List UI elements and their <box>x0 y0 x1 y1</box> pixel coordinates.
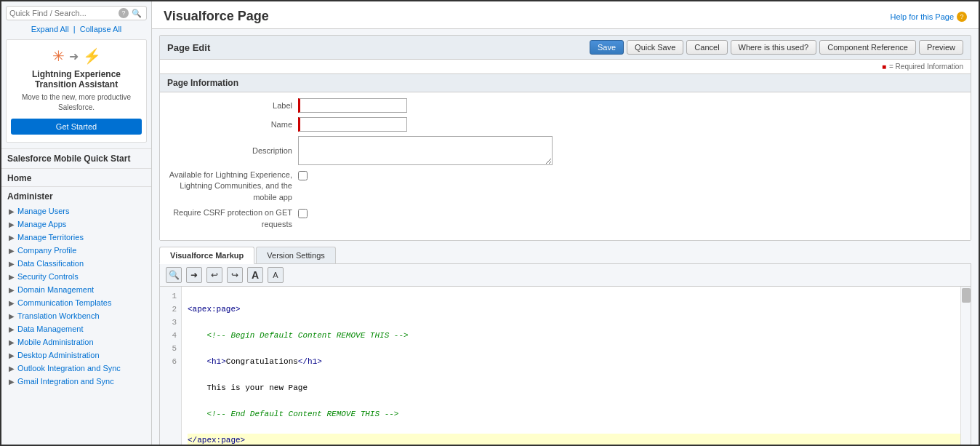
bolt-icon: ⚡ <box>83 47 101 65</box>
lightning-checkbox-row: Available for Lightning Experience, Ligh… <box>167 170 963 203</box>
line-num-2: 2 <box>160 303 181 316</box>
lightning-transition-box: ✳ ➜ ⚡ Lightning Experience Transition As… <box>6 39 147 143</box>
snowflake-icon: ✳ <box>52 47 65 65</box>
tabs-area: Visualforce Markup Version Settings <box>159 247 971 264</box>
sidebar-item-domain-management[interactable]: ▶ Domain Management <box>1 283 151 296</box>
page-header: Visualforce Page Help for this Page ? <box>152 1 979 29</box>
font-decrease-btn[interactable]: A <box>268 267 284 283</box>
sidebar-item-gmail-integration[interactable]: ▶ Gmail Integration and Sync <box>1 375 151 388</box>
component-reference-button[interactable]: Component Reference <box>819 40 916 55</box>
sidebar-item-label: Communication Templates <box>17 298 111 307</box>
mobile-quick-start-item[interactable]: Salesforce Mobile Quick Start <box>1 148 151 168</box>
description-row: Description <box>167 136 963 165</box>
search-toolbar-btn[interactable]: 🔍 <box>166 267 182 283</box>
label-row: Label <box>167 98 963 113</box>
scrollbar[interactable] <box>960 287 971 445</box>
name-input[interactable] <box>298 117 407 132</box>
arrow-icon: ▶ <box>9 234 15 242</box>
sidebar-item-desktop-admin[interactable]: ▶ Desktop Administration <box>1 349 151 362</box>
arrow-icon: ▶ <box>9 338 15 346</box>
label-field-label: Label <box>167 101 298 110</box>
sidebar: ? 🔍 Expand All | Collapse All ✳ ➜ ⚡ Ligh… <box>1 1 152 445</box>
code-line-5: <!-- End Default Content REMOVE THIS --> <box>188 407 965 421</box>
forward-toolbar-btn[interactable]: ➜ <box>186 267 202 283</box>
sidebar-item-outlook-integration[interactable]: ▶ Outlook Integration and Sync <box>1 362 151 375</box>
expand-all-link[interactable]: Expand All <box>31 25 69 33</box>
arrow-icon: ▶ <box>9 312 15 320</box>
sidebar-item-data-classification[interactable]: ▶ Data Classification <box>1 257 151 270</box>
preview-button[interactable]: Preview <box>919 40 963 55</box>
sidebar-item-communication-templates[interactable]: ▶ Communication Templates <box>1 296 151 309</box>
tab-version-settings[interactable]: Version Settings <box>256 247 336 263</box>
arrow-icon: ▶ <box>9 378 15 386</box>
undo-toolbar-btn[interactable]: ↩ <box>206 267 222 283</box>
sidebar-item-label: Manage Users <box>17 207 70 215</box>
search-button[interactable]: 🔍 <box>130 9 143 18</box>
arrow-icon: ▶ <box>9 351 15 359</box>
csrf-checkbox[interactable] <box>298 209 308 218</box>
csrf-checkbox-label: Require CSRF protection on GET requests <box>167 207 298 230</box>
help-circle-icon: ? <box>957 12 967 22</box>
sidebar-item-label: Translation Workbench <box>17 311 100 320</box>
help-link[interactable]: Help for this Page ? <box>891 12 967 22</box>
font-increase-btn[interactable]: A <box>247 267 263 283</box>
code-line-1: <apex:page> <box>188 303 965 316</box>
collapse-all-link[interactable]: Collapse All <box>80 25 121 33</box>
editor-toolbar: 🔍 ➜ ↩ ↪ A A <box>160 264 971 287</box>
code-content[interactable]: <apex:page> <!-- Begin Default Content R… <box>182 287 971 445</box>
line-num-3: 3 <box>160 316 181 329</box>
sidebar-item-label: Data Management <box>17 324 84 333</box>
description-input[interactable] <box>298 136 553 165</box>
sidebar-item-manage-users[interactable]: ▶ Manage Users <box>1 204 151 218</box>
scrollbar-thumb <box>962 288 971 303</box>
redo-toolbar-btn[interactable]: ↪ <box>227 267 243 283</box>
code-area: 1 2 3 4 5 6 <apex:page> <!-- Begin Defau… <box>160 287 971 445</box>
sidebar-item-label: Mobile Administration <box>17 338 94 346</box>
lightning-checkbox-label: Available for Lightning Experience, Ligh… <box>167 170 298 203</box>
code-line-2: <!-- Begin Default Content REMOVE THIS -… <box>188 329 965 342</box>
sidebar-item-company-profile[interactable]: ▶ Company Profile <box>1 244 151 257</box>
arrow-icon: ▶ <box>9 325 15 333</box>
arrow-icon: ▶ <box>9 365 15 373</box>
help-link-text: Help for this Page <box>891 12 954 21</box>
sidebar-item-label: Domain Management <box>17 285 94 294</box>
line-num-5: 5 <box>160 342 181 355</box>
page-edit-header: Page Edit Save Quick Save Cancel Where i… <box>160 36 971 60</box>
form-area: Label Name Description Available for Lig… <box>160 92 971 240</box>
lightning-checkbox[interactable] <box>298 171 308 180</box>
page-title: Visualforce Page <box>164 9 269 24</box>
save-button[interactable]: Save <box>590 40 624 55</box>
cancel-button[interactable]: Cancel <box>686 40 727 55</box>
page-edit-section: Page Edit Save Quick Save Cancel Where i… <box>159 35 971 241</box>
help-icon[interactable]: ? <box>119 8 129 18</box>
sidebar-item-manage-apps[interactable]: ▶ Manage Apps <box>1 218 151 231</box>
get-started-button[interactable]: Get Started <box>11 119 142 135</box>
arrow-icon: ▶ <box>9 273 15 281</box>
code-line-3: <h1>Congratulations</h1> <box>188 355 965 368</box>
csrf-checkbox-row: Require CSRF protection on GET requests <box>167 207 963 230</box>
line-numbers: 1 2 3 4 5 6 <box>160 287 182 445</box>
label-input[interactable] <box>298 98 407 113</box>
administer-section[interactable]: Administer <box>1 186 151 204</box>
line-num-4: 4 <box>160 329 181 342</box>
name-row: Name <box>167 117 963 132</box>
page-edit-buttons: Save Quick Save Cancel Where is this use… <box>590 40 963 55</box>
code-line-4: This is your new Page <box>188 381 965 394</box>
code-line-6: </apex:page> <box>188 434 965 445</box>
required-mark: ■ <box>882 63 886 71</box>
sidebar-item-data-management[interactable]: ▶ Data Management <box>1 322 151 335</box>
sidebar-item-manage-territories[interactable]: ▶ Manage Territories <box>1 231 151 244</box>
sidebar-item-translation-workbench[interactable]: ▶ Translation Workbench <box>1 309 151 322</box>
tab-visualforce-markup[interactable]: Visualforce Markup <box>159 247 254 264</box>
sidebar-item-mobile-admin[interactable]: ▶ Mobile Administration <box>1 335 151 349</box>
quick-save-button[interactable]: Quick Save <box>627 40 683 55</box>
search-input[interactable] <box>9 9 119 17</box>
where-used-button[interactable]: Where is this used? <box>731 40 817 55</box>
home-section[interactable]: Home <box>1 168 151 186</box>
sidebar-item-label: Security Controls <box>17 272 79 281</box>
arrow-icon: ▶ <box>9 299 15 307</box>
sidebar-item-security-controls[interactable]: ▶ Security Controls <box>1 270 151 283</box>
line-num-1: 1 <box>160 290 181 303</box>
arrow-icon: ▶ <box>9 207 15 215</box>
page-information-header: Page Information <box>160 73 971 92</box>
